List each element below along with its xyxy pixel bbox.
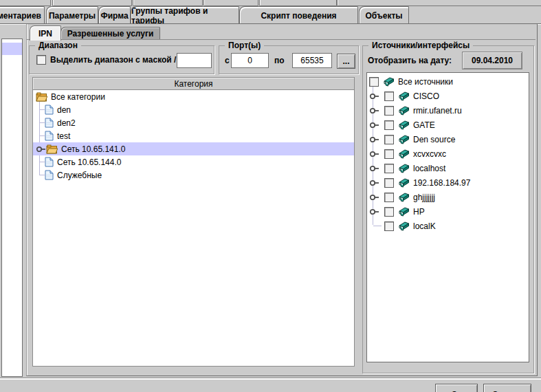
- category-tree-row[interactable]: Сеть 10.65.141.0: [33, 142, 354, 155]
- category-tree-row[interactable]: den: [33, 103, 354, 116]
- expand-handle-icon[interactable]: [369, 132, 384, 146]
- category-label: Все категории: [51, 92, 105, 102]
- source-checkbox[interactable]: [384, 135, 394, 144]
- source-label: GATE: [413, 120, 435, 130]
- document-icon: [45, 118, 54, 128]
- tab-label: мментариев: [0, 11, 41, 21]
- sources-tree-panel[interactable]: Все источники: [366, 72, 529, 362]
- category-tree-row[interactable]: Все категории: [33, 90, 354, 103]
- ok-button[interactable]: Ок: [435, 384, 478, 392]
- expand-handle-icon[interactable]: [369, 161, 384, 175]
- tree-elbow: [36, 168, 45, 182]
- inner-tab-baseline: [27, 39, 536, 40]
- sidebar-list[interactable]: [1, 39, 23, 377]
- source-tree-row[interactable]: Все источники: [367, 74, 529, 89]
- partial-tab[interactable]: [259, 0, 337, 6]
- tab-label: IPN: [38, 29, 52, 39]
- category-tree-row[interactable]: Сеть 10.65.144.0: [33, 155, 354, 168]
- port-to-input[interactable]: [292, 53, 332, 68]
- source-tree-row[interactable]: CISCO: [367, 89, 529, 103]
- expand-handle-icon[interactable]: [369, 204, 384, 219]
- category-label: test: [57, 131, 70, 141]
- source-tree-row[interactable]: localhost: [367, 161, 529, 175]
- source-checkbox[interactable]: [384, 164, 394, 173]
- range-mask-checkbox[interactable]: [36, 55, 46, 65]
- expand-handle-icon[interactable]: [369, 190, 384, 204]
- tab[interactable]: Группы тарифов и тарифы: [131, 6, 239, 24]
- partial-tab[interactable]: [0, 0, 51, 6]
- mask-input[interactable]: [177, 53, 212, 68]
- source-checkbox[interactable]: [384, 149, 394, 159]
- book-icon: [397, 193, 410, 202]
- port-browse-button[interactable]: ...: [337, 54, 355, 69]
- tab-allowed-services[interactable]: Разрешенные услуги: [60, 27, 160, 40]
- partial-tab[interactable]: [52, 0, 132, 6]
- source-tree-row[interactable]: localK: [367, 219, 529, 233]
- source-checkbox[interactable]: [384, 91, 394, 101]
- tab[interactable]: Объекты: [359, 6, 409, 24]
- tab[interactable]: Фирма: [98, 6, 131, 24]
- source-checkbox[interactable]: [384, 193, 394, 202]
- source-tree-row[interactable]: 192.168.184.97: [367, 175, 529, 190]
- tree-elbow: [36, 116, 45, 129]
- book-icon: [397, 135, 410, 144]
- application-window: мментариев Параметры Фирма Группы тарифо…: [0, 0, 541, 392]
- cancel-button[interactable]: Отмена: [483, 384, 531, 392]
- book-icon: [397, 106, 410, 116]
- source-tree-row[interactable]: rmir.ufanet.ru: [367, 103, 529, 118]
- partial-tab[interactable]: [133, 0, 203, 6]
- source-checkbox[interactable]: [384, 120, 394, 130]
- expand-handle-icon[interactable]: [369, 89, 384, 103]
- show-on-date-label: Отобразить на дату:: [368, 56, 452, 65]
- expand-handle-icon[interactable]: [369, 118, 384, 132]
- book-icon: [397, 164, 410, 173]
- source-checkbox[interactable]: [384, 207, 394, 217]
- source-label: localhost: [413, 164, 445, 173]
- source-checkbox[interactable]: [384, 221, 394, 231]
- port-from-label: с: [225, 56, 230, 65]
- category-tree-row[interactable]: test: [33, 129, 354, 142]
- category-table-header[interactable]: Категория: [32, 77, 355, 90]
- source-tree-row[interactable]: xcvxcvxc: [367, 146, 529, 161]
- tab-label: Фирма: [100, 11, 128, 21]
- source-checkbox[interactable]: [369, 77, 379, 87]
- tab-label: Параметры: [49, 11, 96, 21]
- source-label: xcvxcvxc: [413, 149, 446, 159]
- category-tree-row[interactable]: den2: [33, 116, 354, 129]
- partial-tab[interactable]: [337, 0, 541, 6]
- port-from-input[interactable]: [231, 53, 269, 68]
- category-label: Сеть 10.65.144.0: [57, 157, 121, 167]
- document-icon: [45, 105, 54, 115]
- expand-handle-icon[interactable]: [369, 146, 384, 161]
- tab[interactable]: мментариев: [0, 6, 45, 24]
- category-label: Служебные: [57, 171, 102, 180]
- source-checkbox[interactable]: [384, 178, 394, 188]
- tab-ipn[interactable]: IPN: [30, 25, 61, 41]
- button-label: ...: [342, 56, 349, 66]
- source-label: Все источники: [398, 77, 453, 87]
- source-checkbox[interactable]: [384, 106, 394, 116]
- tab[interactable]: Скрипт поведения: [239, 6, 358, 24]
- tab[interactable]: Параметры: [46, 6, 98, 24]
- range-mask-checkbox-label: Выделить диапазон с маской /: [50, 55, 176, 65]
- source-tree-row[interactable]: ghjjjjjjj: [367, 190, 529, 204]
- source-tree-row[interactable]: HP: [367, 204, 529, 219]
- expand-handle-icon[interactable]: [369, 175, 384, 190]
- category-tree: Все категории: [33, 90, 354, 182]
- partial-tab[interactable]: [203, 0, 258, 6]
- book-icon: [397, 149, 410, 159]
- tab-label: Скрипт поведения: [261, 11, 336, 21]
- category-tree-row[interactable]: Служебные: [33, 168, 354, 182]
- sidebar-selected-row[interactable]: [2, 43, 22, 55]
- source-tree-row[interactable]: Den source: [367, 132, 529, 146]
- book-icon: [397, 207, 410, 217]
- source-label: HP: [413, 207, 425, 217]
- expand-handle-icon[interactable]: [369, 103, 384, 118]
- category-label: Сеть 10.65.141.0: [61, 144, 125, 154]
- category-label: den: [57, 105, 71, 115]
- source-tree-row[interactable]: GATE: [367, 118, 529, 132]
- date-button[interactable]: 09.04.2010: [462, 52, 522, 69]
- expand-handle-icon[interactable]: [36, 142, 46, 155]
- sources-group-title: Источники/интерфейсы: [368, 41, 473, 50]
- category-tree-panel[interactable]: Все категории: [32, 90, 355, 367]
